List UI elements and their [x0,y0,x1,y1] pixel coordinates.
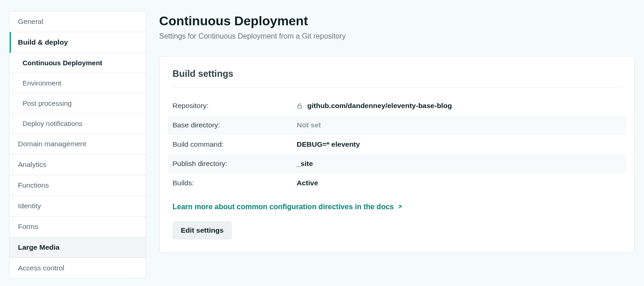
edit-settings-button[interactable]: Edit settings [172,221,232,240]
sidebar-subitem-continuous-deployment[interactable]: Continuous Deployment [10,53,146,73]
external-link-icon [397,204,403,210]
card-title: Build settings [172,69,621,88]
sidebar-item-identity[interactable]: Identity [10,196,146,217]
setting-row-basedir: Base directory: Not set [168,115,626,135]
settings-sidebar: General Build & deploy Continuous Deploy… [9,11,146,279]
settings-table: Repository: github.com/dandenney/elevent… [172,96,621,193]
sidebar-item-general[interactable]: General [10,11,146,32]
svg-rect-0 [298,105,302,108]
main-content: Continuous Deployment Settings for Conti… [159,11,635,279]
setting-label-repository: Repository: [172,102,297,110]
sidebar-subitem-post-processing[interactable]: Post processing [10,93,146,114]
sidebar-subitem-deploy-notifications[interactable]: Deploy notifications [10,114,146,134]
setting-value-buildcmd: DEBUG=* eleventy [297,140,360,149]
setting-value-repository: github.com/dandenney/eleventy-base-blog [297,102,452,110]
build-settings-card: Build settings Repository: github.com/da… [159,56,635,253]
sidebar-subitem-environment[interactable]: Environment [10,73,146,93]
repository-link-text: github.com/dandenney/eleventy-base-blog [307,102,452,110]
setting-value-basedir: Not set [297,121,321,129]
sidebar-item-analytics[interactable]: Analytics [10,154,146,175]
setting-label-builds: Builds: [172,179,297,187]
setting-label-basedir: Base directory: [172,121,297,129]
sidebar-item-large-media[interactable]: Large Media [10,237,146,258]
setting-label-publishdir: Publish directory: [172,160,297,168]
setting-row-publishdir: Publish directory: _site [168,154,626,173]
unlock-icon [297,103,303,109]
docs-link[interactable]: Learn more about common configuration di… [172,203,403,211]
docs-link-text: Learn more about common configuration di… [172,203,394,211]
sidebar-item-forms[interactable]: Forms [10,217,146,237]
sidebar-item-build-deploy[interactable]: Build & deploy [10,32,146,53]
sidebar-item-functions[interactable]: Functions [10,175,146,196]
page-subtitle: Settings for Continuous Deployment from … [159,32,635,40]
setting-row-buildcmd: Build command: DEBUG=* eleventy [172,135,621,154]
setting-value-publishdir: _site [297,160,313,168]
setting-value-builds: Active [297,179,318,187]
page-title: Continuous Deployment [159,14,635,29]
sidebar-item-domain-management[interactable]: Domain management [10,134,146,154]
sidebar-item-access-control[interactable]: Access control [10,258,146,278]
setting-label-buildcmd: Build command: [172,140,297,149]
setting-row-builds: Builds: Active [172,173,621,193]
setting-row-repository: Repository: github.com/dandenney/elevent… [172,96,621,115]
